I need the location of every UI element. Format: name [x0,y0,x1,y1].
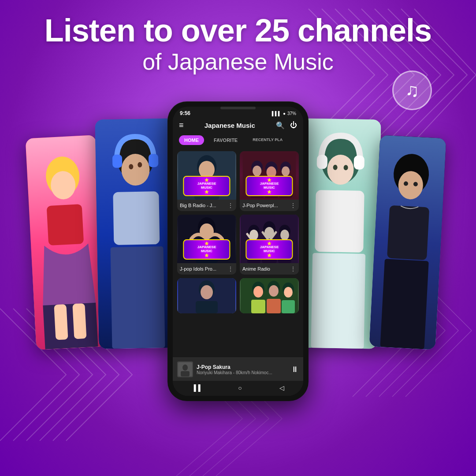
badge-1: ⭐ JAPANESE MUSIC ⭐ [183,176,230,196]
now-playing-info: J-Pop Sakura Noriyuki Makihara - 80km/h … [197,364,287,375]
now-playing-title: J-Pop Sakura [197,364,287,370]
status-icons: ▌▌▌ ● 37% [272,111,296,116]
channel-info-4: Anime Radio ⋮ [240,263,299,275]
phone-notch [220,107,256,109]
svg-point-65 [201,285,213,299]
hamburger-icon[interactable]: ≡ [179,121,184,130]
badge-stars-1b: ⭐ [187,190,226,194]
badge-text-4b: MUSIC [250,249,288,253]
badge-stars-4b: ⭐ [250,253,288,257]
badge-text-2b: MUSIC [250,186,288,190]
header-action-icons: 🔍 ⏻ [276,121,297,130]
music-note-icon: ♫ [405,80,419,101]
channel-card-5[interactable] [177,278,236,313]
svg-rect-11 [149,154,159,167]
badge-stars-2b: ⭐ [250,190,288,194]
tab-bar: HOME FAVORITE RECENTLY PLA [173,133,303,148]
svg-point-38 [253,166,261,176]
nav-home[interactable]: ○ [238,384,242,391]
channel-info-1: Big B Radio - J... ⋮ [177,200,236,211]
channel-thumb-3: ⭐ JAPANESE MUSIC ⭐ [177,215,236,263]
svg-rect-66 [196,301,218,313]
channel-card-4[interactable]: ⭐ JAPANESE MUSIC ⭐ Anime Radio ⋮ [240,215,299,275]
svg-rect-19 [317,155,328,169]
svg-rect-6 [72,303,86,339]
channel-card-3[interactable]: ⭐ JAPANESE MUSIC ⭐ J-pop Idols Pro... ⋮ [177,215,236,275]
svg-point-69 [253,286,263,298]
phone-screen: 9:56 ▌▌▌ ● 37% ≡ Japanese Music 🔍 ⏻ HOME [173,107,303,396]
svg-rect-10 [112,155,123,168]
headline: Listen to over 25 channels of Japanese M… [0,13,476,76]
phone-outer-shell: 9:56 ▌▌▌ ● 37% ≡ Japanese Music 🔍 ⏻ HOME [167,101,309,401]
badge-stars-3b: ⭐ [187,253,226,257]
channels-content: ⭐ JAPANESE MUSIC ⭐ Big B Radio - J... ⋮ [173,148,303,357]
battery-text: 37% [287,111,296,116]
channel-name-2: J-Pop Powerpl... [242,203,290,208]
channel-thumb-2: ⭐ JAPANESE MUSIC ⭐ [240,151,299,200]
channel-menu-3[interactable]: ⋮ [227,265,234,272]
channel-thumb-1: ⭐ JAPANESE MUSIC ⭐ [177,151,236,200]
channel-card-2[interactable]: ⭐ JAPANESE MUSIC ⭐ J-Pop Powerpl... ⋮ [240,151,299,211]
photo-card-4 [369,135,446,350]
svg-rect-5 [54,304,68,340]
channel-menu-4[interactable]: ⋮ [290,265,296,272]
channel-thumb-5 [177,278,236,313]
svg-point-58 [280,230,289,240]
svg-point-72 [269,285,279,297]
svg-rect-3 [47,204,84,245]
channel-card-1[interactable]: ⭐ JAPANESE MUSIC ⭐ Big B Radio - J... ⋮ [177,151,236,211]
search-icon[interactable]: 🔍 [276,121,285,130]
nav-back[interactable]: ◁ [279,384,284,391]
channel-card-6[interactable] [240,278,299,313]
channel-menu-1[interactable]: ⋮ [227,202,234,209]
badge-text-3b: MUSIC [187,249,226,253]
channel-info-3: J-pop Idols Pro... ⋮ [177,263,236,275]
channel-name-1: Big B Radio - J... [180,203,227,208]
svg-rect-76 [282,300,295,313]
photo-card-3 [298,118,381,349]
signal-icon: ▌▌▌ [272,111,281,116]
app-logo: ♫ [392,71,432,110]
badge-3: ⭐ JAPANESE MUSIC ⭐ [183,239,230,260]
now-playing-thumbnail [177,361,193,377]
channel-thumb-4: ⭐ JAPANESE MUSIC ⭐ [240,215,299,263]
headline-main: Listen to over 25 channels [0,13,476,48]
channel-name-3: J-pop Idols Pro... [180,266,227,271]
svg-point-44 [282,167,290,176]
svg-rect-22 [311,253,365,349]
svg-rect-29 [380,259,429,349]
svg-point-75 [284,287,293,298]
svg-rect-12 [113,191,160,245]
channel-name-4: Anime Radio [242,266,290,271]
svg-rect-70 [251,300,265,313]
power-icon[interactable]: ⏻ [290,121,297,130]
photo-card-2 [95,118,178,349]
svg-point-79 [182,364,188,371]
svg-rect-21 [315,190,364,253]
android-nav: ▐▐ ○ ◁ [173,381,303,396]
badge-text-1b: MUSIC [187,186,226,190]
svg-rect-20 [354,156,365,170]
channels-grid: ⭐ JAPANESE MUSIC ⭐ Big B Radio - J... ⋮ [177,151,299,313]
tab-favorite[interactable]: FAVORITE [208,135,243,145]
badge-4: ⭐ JAPANESE MUSIC ⭐ [245,239,293,260]
svg-rect-13 [111,246,165,349]
channel-thumb-6 [240,278,299,313]
status-time: 9:56 [180,110,190,116]
phone-mockup: 9:56 ▌▌▌ ● 37% ≡ Japanese Music 🔍 ⏻ HOME [167,101,309,401]
tab-recently-played[interactable]: RECENTLY PLA [247,135,288,145]
wifi-icon: ● [283,111,286,116]
photo-card-1 [26,135,107,350]
tab-home[interactable]: HOME [179,135,204,145]
badge-2: ⭐ JAPANESE MUSIC ⭐ [245,176,293,196]
svg-rect-80 [181,371,190,376]
svg-rect-28 [387,205,429,260]
svg-rect-73 [267,299,281,313]
svg-rect-4 [43,303,98,350]
channel-info-2: J-Pop Powerpl... ⋮ [240,200,299,211]
pause-button[interactable]: ⏸ [291,365,299,374]
now-playing-artist: Noriyuki Makihara - 80km/h Nokimoc... [197,370,287,375]
channel-menu-2[interactable]: ⋮ [290,202,296,209]
app-header: ≡ Japanese Music 🔍 ⏻ [173,118,303,133]
nav-recents[interactable]: ▐▐ [192,384,201,391]
